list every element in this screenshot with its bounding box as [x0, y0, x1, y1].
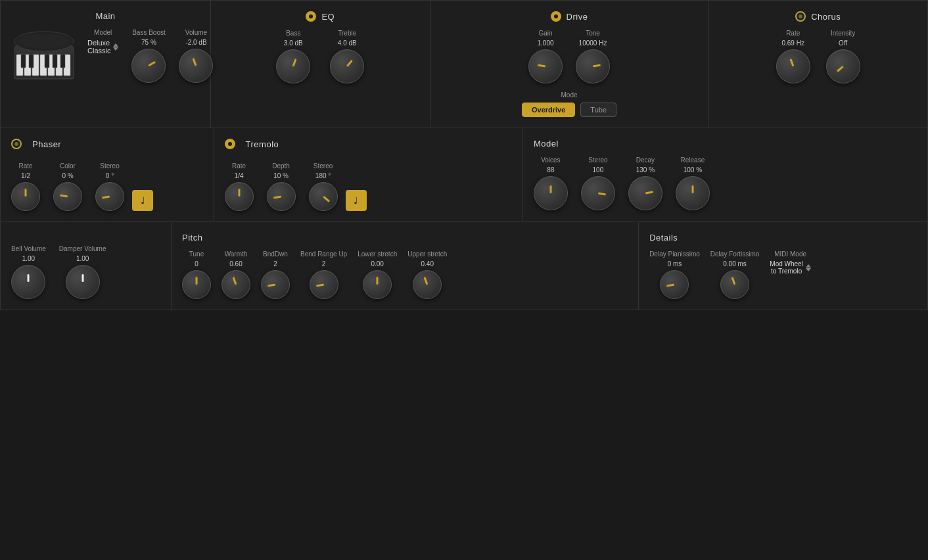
details-knobs: Delay Pianissimo 0 ms Delay Fortissimo 0…: [649, 250, 917, 299]
phaser-title: Phaser: [32, 139, 61, 149]
bell-volume-knob[interactable]: [11, 265, 45, 299]
pitch-tune-knob[interactable]: [182, 270, 211, 299]
drive-power-button[interactable]: [551, 11, 561, 22]
bass-boost-knob[interactable]: [131, 49, 166, 83]
midi-mode-value: Mod Wheel to Tremolo: [770, 260, 811, 275]
eq-power-button[interactable]: [306, 11, 316, 22]
drive-mode-buttons: Overdrive Tube: [522, 103, 616, 117]
model-text: Deluxe Classic: [87, 39, 110, 55]
phaser-rate-control: Rate 1/2: [11, 162, 40, 211]
main-content: Model Deluxe Classic: [11, 29, 200, 83]
model-release-knob[interactable]: [676, 176, 710, 210]
pitch-warmth-value: 0.60: [229, 260, 242, 268]
model-voices-control: Voices 88: [534, 156, 568, 210]
drive-section: Drive Gain 1.000 Tone 10000 Hz Mode Over…: [430, 1, 709, 128]
pitch-lower-stretch-control: Lower stretch 0.00: [358, 250, 397, 299]
drive-gain-knob[interactable]: [528, 49, 563, 83]
phaser-header: Phaser: [11, 139, 203, 149]
chorus-power-button[interactable]: [795, 11, 806, 22]
pitch-upper-stretch-value: 0.40: [421, 260, 433, 268]
drive-tone-knob[interactable]: [576, 49, 610, 83]
midi-mode-spinner-up[interactable]: [806, 264, 811, 268]
model-knobs: Voices 88 Stereo 100 Decay 130 % Release…: [534, 156, 917, 210]
damper-volume-knob[interactable]: [66, 265, 100, 299]
tremolo-depth-knob[interactable]: [267, 182, 296, 211]
drive-gain-control: Gain 1.000: [528, 30, 563, 83]
pitch-knobs: Tune 0 Warmth 0.60 BndDwn 2 Bend Range U…: [182, 250, 628, 299]
tremolo-depth-value: 10 %: [273, 172, 289, 179]
tremolo-power-button[interactable]: [225, 139, 235, 149]
pitch-bend-range-up-knob[interactable]: [310, 270, 338, 299]
midi-mode-label: MIDI Mode: [774, 250, 806, 258]
tremolo-sync-button[interactable]: ♩: [346, 190, 367, 211]
pitch-tune-value: 0: [195, 260, 198, 268]
phaser-rate-value: 1/2: [21, 172, 30, 179]
model-voices-knob[interactable]: [534, 176, 568, 210]
model-spinner[interactable]: [113, 43, 118, 51]
main-title: Main: [11, 11, 200, 21]
pitch-warmth-knob[interactable]: [221, 270, 250, 299]
chorus-intensity-knob[interactable]: [826, 49, 860, 83]
midi-mode-control: MIDI Mode Mod Wheel to Tremolo: [770, 250, 811, 275]
eq-treble-control: Treble 4.0 dB: [330, 30, 364, 83]
phaser-rate-label: Rate: [18, 162, 32, 170]
pitch-warmth-label: Warmth: [225, 250, 248, 258]
model-decay-knob[interactable]: [628, 176, 662, 210]
pitch-lower-stretch-knob[interactable]: [363, 270, 392, 299]
model-stereo-control: Stereo 100: [581, 156, 615, 210]
delay-pianissimo-knob[interactable]: [660, 270, 689, 299]
model-header: Model: [534, 139, 917, 149]
pitch-bnddwn-label: BndDwn: [263, 250, 288, 258]
damper-volume-value: 1.00: [76, 255, 89, 262]
midi-mode-text: Mod Wheel to Tremolo: [770, 260, 803, 275]
svg-rect-12: [53, 55, 57, 68]
drive-gain-value: 1.000: [537, 39, 553, 47]
drive-overdrive-button[interactable]: Overdrive: [522, 103, 575, 117]
delay-fortissimo-control: Delay Fortissimo 0.00 ms: [710, 250, 759, 299]
delay-fortissimo-knob[interactable]: [720, 270, 749, 299]
model-stereo-knob[interactable]: [581, 176, 615, 210]
model-spinner-up[interactable]: [113, 43, 118, 47]
phaser-stereo-knob[interactable]: [95, 182, 124, 211]
chorus-title: Chorus: [811, 12, 841, 22]
main-controls: Model Deluxe Classic: [87, 29, 213, 83]
details-section: Details Delay Pianissimo 0 ms Delay Fort…: [639, 222, 927, 310]
eq-bass-value: 3.0 dB: [284, 39, 303, 47]
volume-knob[interactable]: [179, 49, 213, 83]
eq-header: EQ: [221, 11, 419, 22]
eq-bass-knob[interactable]: [276, 49, 310, 83]
chorus-rate-control: Rate 0.69 Hz: [776, 30, 810, 83]
eq-section: EQ Bass 3.0 dB Treble 4.0 dB: [211, 1, 430, 128]
phaser-rate-knob[interactable]: [11, 182, 40, 211]
phaser-color-value: 0 %: [62, 172, 73, 179]
model-decay-label: Decay: [636, 156, 655, 164]
svg-point-15: [18, 34, 70, 49]
svg-rect-13: [60, 55, 65, 68]
tremolo-depth-control: Depth 10 %: [267, 162, 296, 211]
chorus-knobs: Rate 0.69 Hz Intensity Off: [719, 30, 917, 83]
chorus-rate-knob[interactable]: [776, 49, 810, 83]
pitch-bnddwn-knob[interactable]: [261, 270, 290, 299]
drive-tone-label: Tone: [586, 30, 600, 37]
pitch-upper-stretch-knob[interactable]: [413, 270, 442, 299]
delay-pianissimo-value: 0 ms: [668, 260, 682, 268]
midi-mode-spinner[interactable]: [806, 264, 811, 271]
model-spinner-down[interactable]: [113, 47, 118, 51]
top-row: Main: [1, 1, 927, 128]
bell-knobs: Bell Volume 1.00 Damper Volume 1.00: [11, 245, 160, 299]
phaser-color-knob[interactable]: [53, 182, 82, 211]
bell-volume-control: Bell Volume 1.00: [11, 245, 46, 299]
tremolo-stereo-knob[interactable]: [309, 182, 338, 211]
drive-tube-button[interactable]: Tube: [580, 103, 616, 117]
phaser-sync-button[interactable]: ♩: [132, 190, 153, 211]
tremolo-rate-knob[interactable]: [225, 182, 254, 211]
midi-mode-spinner-down[interactable]: [806, 268, 811, 271]
eq-treble-knob[interactable]: [330, 49, 364, 83]
eq-title: EQ: [321, 12, 335, 22]
phaser-power-button[interactable]: [11, 139, 22, 149]
phaser-color-label: Color: [60, 162, 76, 170]
pitch-lower-stretch-label: Lower stretch: [358, 250, 397, 258]
model-decay-control: Decay 130 %: [628, 156, 662, 210]
model-title: Model: [534, 139, 559, 149]
delay-fortissimo-label: Delay Fortissimo: [710, 250, 759, 258]
